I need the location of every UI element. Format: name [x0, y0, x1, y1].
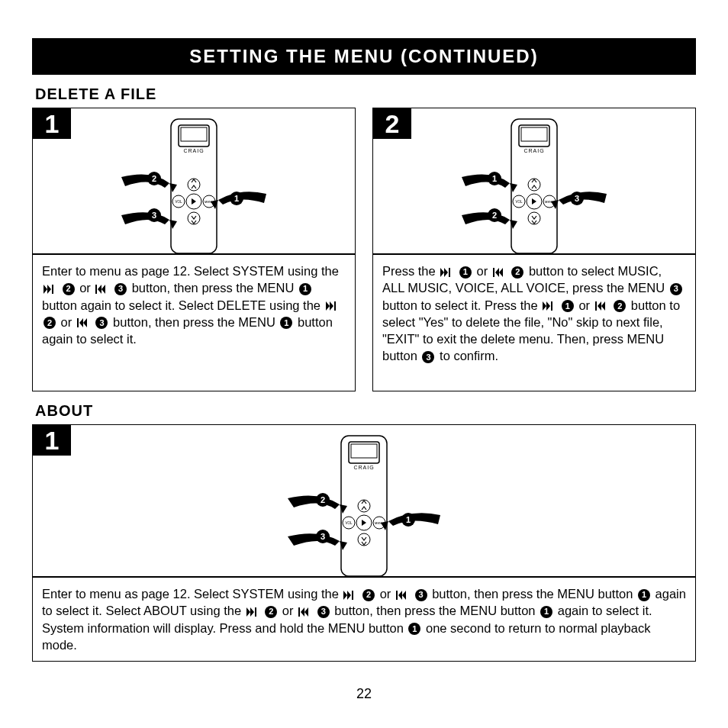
- svg-rect-41: [595, 301, 597, 311]
- svg-rect-59: [352, 591, 353, 600]
- svg-text:3: 3: [152, 211, 156, 220]
- next-track-icon: [440, 268, 453, 277]
- svg-text:VOL: VOL: [345, 521, 353, 525]
- svg-point-6: [188, 212, 200, 224]
- page-number: 22: [0, 686, 728, 702]
- callout-3-icon: 3: [95, 317, 108, 329]
- callout-3-icon: 3: [422, 351, 434, 363]
- device-illustration: CRAIG VOL MENU 2 3 1: [250, 433, 478, 577]
- svg-rect-38: [449, 268, 450, 277]
- device-illustration: CRAIG VOL MENU 2: [95, 118, 293, 254]
- svg-text:VOL: VOL: [175, 200, 182, 204]
- svg-text:1: 1: [234, 194, 239, 203]
- callout-1-icon: 1: [459, 266, 472, 279]
- callout-3-icon: 3: [670, 283, 682, 295]
- svg-rect-23: [521, 127, 547, 141]
- step-badge: 1: [33, 108, 71, 139]
- delete-step-2-text: Press the 1 or 2 button to select MUSIC,…: [372, 254, 696, 391]
- svg-rect-20: [77, 318, 79, 327]
- section-heading-about: ABOUT: [35, 402, 696, 420]
- callout-1-icon: 1: [280, 317, 292, 329]
- prev-track-icon: [595, 301, 607, 311]
- callout-1-icon: 1: [562, 300, 574, 312]
- delete-step-1-illustration: 1 CRAIG VOL: [32, 108, 356, 254]
- callout-1-icon: 1: [540, 606, 552, 618]
- next-track-icon: [326, 301, 338, 311]
- callout-3-icon: 3: [114, 283, 127, 295]
- callout-2-icon: 2: [63, 283, 75, 295]
- delete-step-1: 1 CRAIG VOL: [32, 108, 356, 391]
- svg-text:3: 3: [321, 532, 325, 541]
- svg-rect-19: [334, 301, 336, 311]
- svg-rect-61: [255, 607, 256, 617]
- delete-step-2: 2 CRAIG VOL MENU: [372, 108, 696, 391]
- about-step-1-text: Enter to menu as page 12. Select SYSTEM …: [32, 577, 696, 662]
- svg-rect-44: [351, 444, 377, 458]
- svg-text:2: 2: [152, 174, 156, 183]
- callout-2-icon: 2: [614, 300, 626, 312]
- svg-text:1: 1: [492, 174, 497, 183]
- callout-1-icon: 1: [408, 623, 420, 635]
- svg-rect-40: [551, 301, 552, 311]
- next-track-icon: [543, 301, 555, 311]
- svg-rect-62: [298, 607, 300, 617]
- svg-text:3: 3: [575, 194, 579, 203]
- prev-track-icon: [396, 591, 408, 600]
- prev-track-icon: [77, 318, 89, 327]
- step-badge: 1: [33, 425, 71, 456]
- svg-text:VOL: VOL: [515, 200, 523, 204]
- svg-rect-18: [95, 285, 97, 294]
- page-title-text: SETTING THE MENU (CONTINUED): [189, 46, 538, 66]
- prev-track-icon: [95, 285, 108, 294]
- svg-text:1: 1: [406, 515, 411, 524]
- delete-row: 1 CRAIG VOL: [32, 108, 696, 391]
- prev-track-icon: [298, 607, 311, 617]
- next-track-icon: [43, 285, 56, 294]
- next-track-icon: [343, 591, 356, 600]
- page-title-bar: SETTING THE MENU (CONTINUED): [32, 38, 696, 75]
- prev-track-icon: [493, 268, 505, 277]
- svg-point-27: [528, 212, 540, 224]
- callout-2-icon: 2: [43, 317, 56, 329]
- about-step-1-illustration: 1 CRAIG VOL MENU 2 3: [32, 424, 696, 577]
- svg-rect-17: [52, 285, 53, 294]
- svg-rect-60: [396, 591, 398, 600]
- callout-3-icon: 3: [415, 589, 427, 601]
- svg-text:CRAIG: CRAIG: [183, 148, 204, 153]
- callout-2-icon: 2: [511, 266, 523, 279]
- svg-text:2: 2: [492, 211, 497, 220]
- delete-step-2-illustration: 2 CRAIG VOL MENU: [372, 108, 696, 254]
- callout-1-icon: 1: [299, 283, 311, 295]
- svg-text:CRAIG: CRAIG: [353, 465, 374, 470]
- delete-step-1-text: Enter to menu as page 12. Select SYSTEM …: [32, 254, 356, 391]
- svg-rect-39: [493, 268, 494, 277]
- section-heading-delete: DELETE A FILE: [35, 85, 696, 103]
- svg-text:CRAIG: CRAIG: [523, 148, 544, 153]
- step-badge: 2: [373, 108, 411, 139]
- device-illustration: CRAIG VOL MENU 1: [435, 118, 633, 254]
- callout-2-icon: 2: [265, 606, 277, 618]
- svg-point-48: [358, 533, 370, 546]
- next-track-icon: [246, 607, 259, 617]
- callout-1-icon: 1: [638, 589, 650, 601]
- callout-3-icon: 3: [317, 606, 330, 618]
- callout-2-icon: 2: [362, 589, 375, 601]
- svg-text:2: 2: [321, 495, 325, 504]
- svg-rect-2: [181, 127, 207, 141]
